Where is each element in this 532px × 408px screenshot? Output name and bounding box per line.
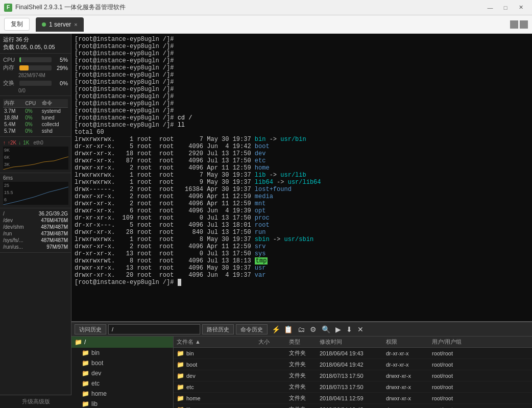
header-mtime[interactable]: 修改时间 xyxy=(317,337,383,347)
ls-entry: drwxr-xr-x. 2 root root 4096 Apr 11 12:5… xyxy=(75,200,529,207)
mem-bar xyxy=(19,65,52,70)
ls-entry: drwxr-xr-x. 6 root root 4096 Jun 4 19:39… xyxy=(75,207,529,214)
ls-entry: dr-xr-xr-x. 109 root root 0 Jul 13 17:50… xyxy=(75,214,529,222)
file-area: 📁 / 📁bin📁boot📁dev📁etc📁home📁lib 文件名 ▲ 大小 … xyxy=(71,337,532,408)
folder-icon: 📁 xyxy=(82,370,89,377)
tree-root-item[interactable]: 📁 / xyxy=(71,337,173,348)
cmd-history-button[interactable]: 命令历史 xyxy=(236,324,268,334)
disk-row: /run473M/487M xyxy=(3,230,68,237)
terminal[interactable]: [root@instance-eyp8ugln /]# [root@instan… xyxy=(71,34,532,321)
proc-header-cpu: CPU xyxy=(24,99,41,108)
file-icon[interactable]: 🗂 xyxy=(296,325,306,333)
header-name[interactable]: 文件名 ▲ xyxy=(174,337,255,347)
header-owner[interactable]: 用户/用户组 xyxy=(429,337,480,347)
close-button[interactable]: ✕ xyxy=(514,3,528,13)
tab-status-dot xyxy=(42,22,46,27)
folder-icon: 📁 xyxy=(177,383,184,391)
upgrade-button[interactable]: 升级高级版 xyxy=(0,395,71,408)
tree-item[interactable]: 📁bin xyxy=(71,348,173,358)
grid-view-buttons[interactable] xyxy=(510,20,528,29)
ls-entry: drwxr-xr-x. 2 root root 4096 Apr 11 12:5… xyxy=(75,164,529,172)
app-title: FinalShell 2.9.3.1 一体化服务器管理软件 xyxy=(15,3,483,12)
tree-item[interactable]: 📁dev xyxy=(71,368,173,378)
load-label: 负载 0.05, 0.05, 0.05 xyxy=(3,43,68,51)
bottom-panel: 访问历史 路径历史 命令历史 ⚡ 📋 🗂 ⚙ 🔍 ▶ ⬇ ✕ 📁 / 📁bin📁… xyxy=(71,321,532,408)
ls-entry: drwxr-xr-x. 13 root root 4096 May 30 19:… xyxy=(75,265,529,272)
copy-button[interactable]: 复制 xyxy=(4,18,30,31)
folder-icon: 📁 xyxy=(82,380,89,387)
folder-icon: 📁 xyxy=(177,350,184,357)
cpu-section: CPU 5% 内存 29% 282M/974M 交换 0% xyxy=(0,54,71,96)
header-perm[interactable]: 权限 xyxy=(383,337,429,347)
cpu-label: CPU xyxy=(3,57,17,63)
file-list[interactable]: 文件名 ▲ 大小 类型 修改时间 权限 用户/用户组 📁bin 文件夹 2018… xyxy=(174,337,532,408)
cpu-pct: 5% xyxy=(54,57,68,63)
terminal-output: [root@instance-eyp8ugln /]# [root@instan… xyxy=(75,36,529,286)
header-size[interactable]: 大小 xyxy=(255,337,286,347)
process-section: 内存 CPU 命令 3.7M0%systemd18.8M0%tuned5.4M0… xyxy=(0,96,71,137)
tree-item[interactable]: 📁boot xyxy=(71,358,173,368)
list-item[interactable]: 📁dev 文件夹 2018/07/13 17:50 drwxr-xr-x roo… xyxy=(174,370,532,381)
tab-close-icon[interactable]: × xyxy=(74,21,77,28)
proc-header-cmd: 命令 xyxy=(41,99,68,108)
sidebar: 运行 36 分 负载 0.05, 0.05, 0.05 CPU 5% 内存 29… xyxy=(0,34,71,408)
tree-item[interactable]: 📁etc xyxy=(71,378,173,389)
ls-entry: dr-xr-x---. 5 root root 4096 Jul 13 18:0… xyxy=(75,222,529,229)
lightning-icon[interactable]: ⚡ xyxy=(272,325,280,333)
disk-row: /dev/shm487M/487M xyxy=(3,224,68,230)
latency-chart: 25 15.5 6 xyxy=(3,182,68,205)
clipboard-icon[interactable]: 📋 xyxy=(282,325,294,333)
file-tree[interactable]: 📁 / 📁bin📁boot📁dev📁etc📁home📁lib xyxy=(71,337,174,408)
folder-icon: 📁 xyxy=(82,400,89,407)
latency-label: 6ms xyxy=(3,175,68,181)
tree-item[interactable]: 📁lib xyxy=(71,399,173,408)
folder-icon: 📁 xyxy=(82,390,89,397)
cpu-bar xyxy=(19,57,52,62)
list-item[interactable]: 📁home 文件夹 2018/04/11 12:59 drwxr-xr-x ro… xyxy=(174,393,532,404)
ls-entry: lrwxrwxrwx. 1 root root 7 May 30 19:37 b… xyxy=(75,136,529,143)
runtime-label: 运行 36 分 xyxy=(3,36,68,43)
ls-output: lrwxrwxrwx. 1 root root 7 May 30 19:37 b… xyxy=(75,136,529,279)
tree-item[interactable]: 📁home xyxy=(71,389,173,399)
route-history-button[interactable]: 路径历史 xyxy=(202,324,234,334)
disk-row: /36.2G/39.2G xyxy=(3,210,68,217)
tree-root-label: / xyxy=(84,339,86,346)
close-panel-icon[interactable]: ✕ xyxy=(356,325,365,333)
titlebar: F FinalShell 2.9.3.1 一体化服务器管理软件 — □ ✕ xyxy=(0,0,532,15)
grid-icon[interactable] xyxy=(510,20,518,29)
ls-entry: lrwxrwxrwx. 1 root root 7 May 30 19:37 l… xyxy=(75,172,529,179)
window-controls[interactable]: — □ ✕ xyxy=(483,3,528,13)
folder-icon: 📁 xyxy=(177,395,184,402)
ls-entry: lrwxrwxrwx. 1 root root 9 May 30 19:37 l… xyxy=(75,179,529,186)
mem-pct: 29% xyxy=(54,65,68,71)
tab-server[interactable]: 1 server × xyxy=(36,17,84,32)
ls-entry: drwxr-xr-x. 2 root root 4096 Apr 11 12:5… xyxy=(75,193,529,200)
list-item[interactable]: 📁bin 文件夹 2018/06/04 19:43 dr-xr-xr-x roo… xyxy=(174,348,532,359)
disk-row: /sys/fs/...487M/487M xyxy=(3,237,68,244)
disk-section: /36.2G/39.2G/dev476M/476M/dev/shm487M/48… xyxy=(0,208,71,253)
download-btn-icon[interactable]: ⬇ xyxy=(345,325,354,333)
header-type[interactable]: 类型 xyxy=(286,337,317,347)
disk-row: /dev476M/476M xyxy=(3,217,68,224)
folder-icon: 📁 xyxy=(177,406,184,409)
net-iface: eth0 xyxy=(33,140,43,146)
list-icon[interactable] xyxy=(520,20,528,29)
settings-icon[interactable]: ⚙ xyxy=(308,325,318,333)
process-row: 5.7M0%sshd xyxy=(3,128,68,134)
visit-history-button[interactable]: 访问历史 xyxy=(75,324,106,334)
list-item[interactable]: 📁lib 文件夹 2018/06/04 19:43 dr-xr-xr-x roo… xyxy=(174,404,532,408)
folder-icon: 📁 xyxy=(177,361,184,368)
upload-label: ↑2K xyxy=(8,140,16,146)
path-input[interactable] xyxy=(108,324,200,334)
search-icon[interactable]: 🔍 xyxy=(320,325,332,333)
maximize-button[interactable]: □ xyxy=(498,3,513,13)
minimize-button[interactable]: — xyxy=(483,3,497,13)
latency-section: 6ms 25 15.5 6 xyxy=(0,173,71,208)
list-item[interactable]: 📁etc 文件夹 2018/07/13 17:50 drwxr-xr-x roo… xyxy=(174,381,532,393)
swap-label: 交换 xyxy=(3,79,17,87)
play-icon[interactable]: ▶ xyxy=(334,325,343,333)
process-row: 18.8M0%tuned xyxy=(3,114,68,121)
process-row: 3.7M0%systemd xyxy=(3,108,68,115)
download-icon: ↓ xyxy=(18,140,21,146)
list-item[interactable]: 📁boot 文件夹 2018/06/04 19:42 dr-xr-xr-x ro… xyxy=(174,359,532,370)
